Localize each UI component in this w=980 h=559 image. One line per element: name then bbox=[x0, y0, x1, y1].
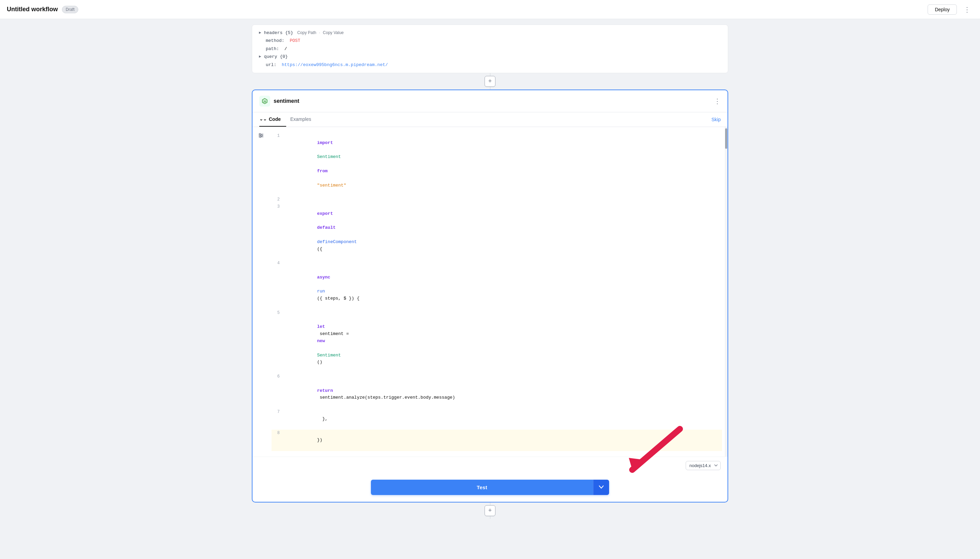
svg-point-6 bbox=[260, 136, 261, 137]
path-value: / bbox=[284, 45, 287, 53]
headers-label: headers {5} bbox=[264, 29, 293, 37]
step-more-button[interactable]: ⋮ bbox=[714, 97, 721, 105]
code-line-1: 1 import Sentiment from "sentiment" bbox=[272, 132, 722, 196]
draft-badge: Draft bbox=[62, 6, 78, 13]
step-tabs: ⌄⌄ Code Examples Skip bbox=[252, 112, 728, 127]
copy-value-link[interactable]: Copy Value bbox=[323, 29, 344, 37]
deploy-button[interactable]: Deploy bbox=[927, 5, 957, 15]
test-dropdown-button[interactable] bbox=[593, 480, 609, 495]
add-step-container-2: + bbox=[252, 503, 728, 519]
code-line-8: 8 }) bbox=[272, 430, 722, 451]
tab-code-label: Code bbox=[269, 116, 281, 122]
trigger-panel-inner: ▶ headers {5} Copy Path · Copy Value met… bbox=[252, 25, 728, 73]
code-footer: nodejs14.x nodejs16.x nodejs18.x bbox=[252, 456, 728, 474]
code-scrollbar[interactable] bbox=[725, 127, 728, 456]
method-key: method: bbox=[266, 37, 287, 45]
tabs-left: ⌄⌄ Code Examples bbox=[259, 112, 320, 127]
nav-right: Deploy ⋮ bbox=[927, 4, 973, 15]
code-scrollbar-thumb bbox=[725, 128, 727, 149]
copy-actions: Copy Path · Copy Value bbox=[297, 29, 344, 37]
tab-examples[interactable]: Examples bbox=[290, 112, 317, 127]
query-row: ▶ query {0} bbox=[259, 53, 721, 61]
code-line-5: 5 let sentiment = new Sentiment () bbox=[272, 309, 722, 373]
code-block[interactable]: 1 import Sentiment from "sentiment" 2 bbox=[252, 127, 728, 456]
code-line-3: 3 export default defineComponent ({ bbox=[272, 203, 722, 260]
nodejs-version-select[interactable]: nodejs14.x nodejs16.x nodejs18.x bbox=[686, 461, 721, 470]
nav-left: Untitled workflow Draft bbox=[7, 6, 78, 13]
code-line-6: 6 return sentiment.analyze(steps.trigger… bbox=[272, 373, 722, 408]
header-more-button[interactable]: ⋮ bbox=[961, 4, 973, 15]
svg-point-5 bbox=[261, 135, 262, 136]
add-step-container-1: + bbox=[252, 73, 728, 89]
query-label: query {0} bbox=[264, 53, 288, 61]
headers-row: ▶ headers {5} Copy Path · Copy Value bbox=[259, 29, 721, 37]
step-title-group: JS sentiment bbox=[259, 96, 299, 107]
code-line-7: 7 }, bbox=[272, 408, 722, 430]
code-line-2: 2 bbox=[272, 196, 722, 203]
query-expand-icon[interactable]: ▶ bbox=[259, 53, 261, 60]
method-row: method: POST bbox=[259, 37, 721, 45]
test-button[interactable]: Test bbox=[371, 480, 593, 495]
code-tab-icon: ⌄⌄ bbox=[259, 116, 267, 122]
nodejs-svg: JS bbox=[261, 98, 269, 105]
test-button-group: Test bbox=[371, 480, 609, 495]
test-bar: Test bbox=[252, 474, 728, 502]
svg-text:JS: JS bbox=[263, 100, 266, 103]
step-header: JS sentiment ⋮ bbox=[252, 90, 728, 112]
svg-point-4 bbox=[259, 134, 261, 135]
copy-path-link[interactable]: Copy Path bbox=[297, 29, 316, 37]
top-nav: Untitled workflow Draft Deploy ⋮ bbox=[0, 0, 980, 19]
url-key: url: bbox=[266, 61, 279, 69]
trigger-panel: ▶ headers {5} Copy Path · Copy Value met… bbox=[252, 25, 728, 73]
method-value: POST bbox=[290, 37, 300, 45]
nodejs-icon: JS bbox=[259, 96, 270, 107]
tab-examples-label: Examples bbox=[290, 116, 311, 122]
headers-expand-icon[interactable]: ▶ bbox=[259, 30, 261, 36]
step-name: sentiment bbox=[274, 98, 299, 104]
code-settings-button[interactable] bbox=[258, 132, 264, 140]
path-row: path: / bbox=[259, 45, 721, 53]
path-key: path: bbox=[266, 45, 282, 53]
workflow-title: Untitled workflow bbox=[7, 6, 58, 13]
code-line-4: 4 async run ({ steps, $ }) { bbox=[272, 260, 722, 309]
dropdown-chevron-icon bbox=[599, 485, 604, 489]
url-value: https://eoxew995bng6ncs.m.pipedream.net/ bbox=[282, 61, 388, 69]
sentiment-step-panel: JS sentiment ⋮ ⌄⌄ Code Examples Skip bbox=[252, 89, 728, 503]
url-row: url: https://eoxew995bng6ncs.m.pipedream… bbox=[259, 61, 721, 69]
code-editor-area: 1 import Sentiment from "sentiment" 2 bbox=[252, 127, 728, 456]
tab-code[interactable]: ⌄⌄ Code bbox=[259, 112, 286, 127]
add-step-button-1[interactable]: + bbox=[485, 76, 495, 87]
add-step-button-2[interactable]: + bbox=[485, 505, 495, 516]
skip-link[interactable]: Skip bbox=[711, 117, 721, 122]
main-content: ▶ headers {5} Copy Path · Copy Value met… bbox=[245, 25, 735, 533]
sliders-icon bbox=[258, 132, 264, 139]
